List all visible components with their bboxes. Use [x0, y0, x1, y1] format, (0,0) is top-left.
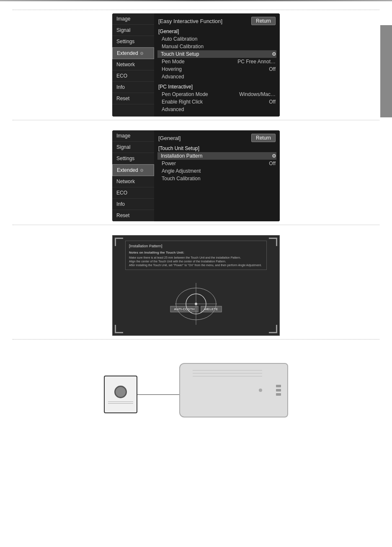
menu-item-settings-2[interactable]: Settings	[112, 153, 154, 164]
item-auto-cal[interactable]: Auto Calibration	[158, 35, 276, 43]
item-right-click[interactable]: Enable Right Click Off	[158, 98, 276, 106]
port-1	[276, 385, 281, 387]
gear-icon-touch: ⚙	[272, 51, 276, 57]
menu-right-2: [General] Return [Touch Unit Setup] Inst…	[154, 130, 280, 221]
install-notes-text: Make sure there is at least 25 mm betwee…	[129, 256, 263, 267]
menu-panel-1: Image Signal Settings Extended ⚙ Network…	[112, 13, 280, 117]
return-btn-2[interactable]: Return	[251, 134, 276, 142]
section1: Image Signal Settings Extended ⚙ Network…	[0, 3, 392, 127]
projector-logo	[259, 389, 262, 392]
menu-item-settings-1[interactable]: Settings	[112, 36, 154, 47]
item-manual-cal[interactable]: Manual Calibration	[158, 43, 276, 50]
item-touch-cal[interactable]: Touch Calibration	[158, 175, 276, 182]
menu-item-extended-1[interactable]: Extended ⚙	[112, 47, 154, 59]
menu-item-network-1[interactable]: Network	[112, 59, 154, 70]
touch-unit-box	[104, 376, 137, 413]
gear-icon-install: ⚙	[272, 153, 276, 159]
corner-tr	[269, 238, 277, 246]
section3: [Installation Pattern] Notes on Installi…	[0, 232, 392, 346]
projector-body	[179, 363, 288, 417]
menu-panel-2: Image Signal Settings Extended ⚙ Network…	[112, 130, 280, 221]
item-touch-unit[interactable]: Touch Unit Setup ⚙	[157, 50, 276, 58]
menu-item-extended-2[interactable]: Extended ⚙	[112, 164, 154, 176]
proj-line-3	[193, 376, 262, 376]
proj-line-1	[193, 370, 262, 371]
gear-icon-1: ⚙	[140, 51, 144, 56]
top-rule	[0, 0, 392, 1]
install-text-box: [Installation Pattern] Notes on Installi…	[125, 241, 267, 270]
section-touch-label: [Touch Unit Setup]	[158, 145, 276, 151]
menu-right-header-2: [General] Return	[158, 134, 276, 142]
menu-item-info-2[interactable]: Info	[112, 199, 154, 210]
install-screen: [Installation Pattern] Notes on Installi…	[112, 235, 280, 336]
item-power[interactable]: Power Off	[158, 160, 276, 167]
port-2	[276, 389, 281, 391]
menu-title-1: [Easy Interactive Function]	[158, 18, 222, 24]
right-tab	[380, 25, 392, 117]
circle-target-svg	[173, 281, 219, 327]
menu-item-eco-1[interactable]: ECO	[112, 70, 154, 82]
circle-target	[173, 281, 219, 327]
item-advanced-1[interactable]: Advanced	[158, 73, 276, 80]
item-install-pattern[interactable]: Installation Pattern ⚙	[157, 152, 276, 160]
item-advanced-2[interactable]: Advanced	[158, 106, 276, 113]
menu-right-1: [Easy Interactive Function] Return [Gene…	[154, 13, 280, 117]
menu-title-2: [General]	[158, 135, 181, 141]
gear-icon-2: ⚙	[140, 168, 144, 173]
menu-item-reset-2[interactable]: Reset	[112, 210, 154, 221]
item-hovering[interactable]: Hovering Off	[158, 65, 276, 73]
section-pc-label: [PC Interactive]	[158, 84, 276, 90]
touch-unit-lens	[114, 386, 127, 398]
dotted-sep-1	[13, 10, 379, 10]
corner-tl	[115, 238, 123, 246]
section2: Image Signal Settings Extended ⚙ Network…	[0, 127, 392, 232]
unit-line-1	[108, 402, 133, 402]
unit-line-2	[108, 403, 133, 404]
menu-item-image-1[interactable]: Image	[112, 13, 154, 25]
svg-point-4	[195, 303, 197, 305]
item-angle-adj[interactable]: Angle Adjustment	[158, 167, 276, 175]
menu-item-image-2[interactable]: Image	[112, 130, 154, 142]
install-notes-title: Notes on Installing the Touch Unit:	[129, 250, 263, 255]
section-general-label-1: [General]	[158, 29, 276, 34]
menu-item-network-2[interactable]: Network	[112, 176, 154, 187]
menu-item-signal-2[interactable]: Signal	[112, 142, 154, 153]
projector-ports	[276, 385, 281, 396]
section4	[0, 346, 392, 447]
menu-left-2: Image Signal Settings Extended ⚙ Network…	[112, 130, 154, 221]
menu-left-1: Image Signal Settings Extended ⚙ Network…	[112, 13, 154, 117]
port-3	[276, 393, 281, 396]
dotted-sep-4	[13, 339, 379, 340]
menu-item-info-1[interactable]: Info	[112, 82, 154, 93]
dotted-sep-2	[13, 120, 379, 120]
menu-item-signal-1[interactable]: Signal	[112, 25, 154, 36]
menu-item-eco-2[interactable]: ECO	[112, 187, 154, 199]
dotted-sep-3	[13, 225, 379, 225]
item-pen-op-mode[interactable]: Pen Operation Mode Windows/Mac…	[158, 91, 276, 98]
return-btn-1[interactable]: Return	[251, 17, 276, 25]
projector-diagram	[95, 355, 297, 438]
install-box-title: [Installation Pattern]	[129, 244, 263, 249]
menu-item-reset-1[interactable]: Reset	[112, 93, 154, 104]
corner-bl	[115, 325, 123, 333]
proj-line-2	[193, 373, 262, 373]
corner-br	[269, 325, 277, 333]
item-pen-mode[interactable]: Pen Mode PC Free Annot…	[158, 58, 276, 65]
menu-right-header-1: [Easy Interactive Function] Return	[158, 17, 276, 25]
